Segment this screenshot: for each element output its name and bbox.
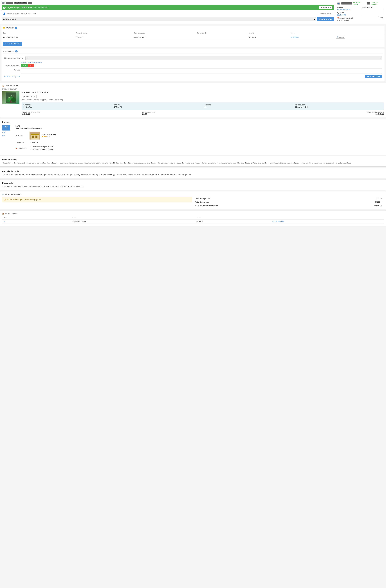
total-package-cost-value: $1,200.00 bbox=[326, 197, 384, 200]
private-note-label: PRIVATE NOTE bbox=[362, 7, 385, 8]
cost-row-package: Total Package Cost $1,200.00 bbox=[194, 197, 384, 200]
standard-message-select[interactable]: - bbox=[25, 56, 382, 60]
order-no-header: Order no. bbox=[2, 216, 71, 220]
date-from-value: 14 Nov, Tue bbox=[23, 106, 110, 108]
col-date: Date bbox=[1, 31, 74, 35]
payment-accepted-row: ✓ Payment accepted Webkul Demo 11/16/202… bbox=[1, 5, 334, 10]
payment-badge: 1 bbox=[15, 27, 17, 29]
order-no-link[interactable]: #6 bbox=[3, 221, 5, 222]
days-badge: 3 Days / 2 Nights bbox=[21, 95, 37, 98]
day-1-button[interactable]: Day 1 bbox=[2, 125, 10, 130]
total-rooms-cost-label: Total Rooms cost bbox=[194, 200, 326, 204]
message-textarea[interactable] bbox=[21, 68, 382, 74]
payment-source: Webkul Demo bbox=[22, 7, 32, 9]
messages-label: MESSAGES bbox=[5, 50, 14, 52]
total-rooms-cost-value: $6,120.00 bbox=[326, 200, 384, 204]
resend-email-button-1[interactable]: ↩ Resend email bbox=[319, 6, 332, 9]
send-message-button[interactable]: SEND MESSAGE bbox=[365, 75, 382, 78]
payment-transaction-cell bbox=[195, 35, 247, 40]
col-amount: Amount bbox=[247, 31, 289, 35]
payment-details-button[interactable]: 🔍 Details bbox=[336, 36, 345, 39]
standard-message-label: Choose a standard message bbox=[4, 57, 24, 59]
col-method: Payment method bbox=[74, 31, 133, 35]
package-summary-icon: 🛒 bbox=[2, 194, 4, 195]
package-summary-label: PACKAGE SUMMARY bbox=[2, 88, 384, 90]
order-status-cell: Payment accepted bbox=[71, 219, 195, 224]
cost-row-rooms: Total Rooms cost $6,120.00 bbox=[194, 200, 384, 204]
customer-label: CUSTOMER bbox=[341, 2, 352, 4]
warning-text: For this customer group, prices are disp… bbox=[7, 199, 41, 201]
additional-activities-label: Additional Activities bbox=[142, 111, 263, 113]
payment-invoice-cell: #IN000003 bbox=[289, 35, 334, 40]
activity-item: BonFire bbox=[32, 141, 384, 143]
see-order-link[interactable]: 👁 See the order bbox=[272, 221, 383, 222]
payment-date-cell: 11/16/2023 23:53:55 bbox=[1, 35, 74, 40]
transports-label: 🚗 Transports bbox=[16, 146, 27, 151]
final-commission-value: -$4,920.00 bbox=[326, 204, 384, 207]
payment-source-cell: Remote payment bbox=[133, 35, 195, 40]
guests-value: 01 Adults, 00 Child bbox=[295, 106, 382, 108]
col-transaction: Transaction ID bbox=[195, 31, 247, 35]
day-3-link[interactable]: Day 3 bbox=[2, 134, 13, 136]
hotel-stars: ★★★★★ bbox=[42, 136, 56, 138]
package-price-label: Package price (Incl. all taxes.) bbox=[21, 111, 142, 113]
eye-icon: 👁 bbox=[272, 221, 274, 222]
awaiting-status: Awaiting payment bbox=[7, 13, 19, 14]
booking-icon: 📋 bbox=[2, 85, 4, 87]
documents-title: Documents bbox=[2, 182, 384, 184]
payment-accepted-status: Payment accepted bbox=[7, 7, 20, 9]
awaiting-date: 11/14/2023 01:19:55 bbox=[21, 13, 36, 14]
yes-toggle[interactable]: YES bbox=[21, 64, 28, 67]
payment-section-icon: 💳 bbox=[3, 27, 5, 29]
order-label: ORDER bbox=[6, 2, 13, 4]
resend-email-button-2[interactable]: ↩ Resend email bbox=[319, 12, 332, 15]
hotel-name: The Kings Hotel bbox=[42, 133, 56, 136]
activities-list: BonFire bbox=[30, 141, 384, 143]
svg-rect-9 bbox=[36, 136, 38, 138]
activities-label: ≡ Activities bbox=[16, 141, 27, 144]
hotels-label: 🛏 Hotels bbox=[16, 132, 27, 140]
account-registered-label: 📅 Account registered bbox=[337, 17, 360, 19]
status-select[interactable]: Awaiting payment Payment accepted Cancel… bbox=[1, 17, 316, 21]
phone-label: 📞 Phone bbox=[337, 12, 360, 14]
display-customer-label: Display to customer? bbox=[4, 65, 20, 67]
order-amount-cell: $6,364.80 bbox=[195, 219, 271, 224]
itinerary-section: Itinerary Day 1 Day 2 Day 3 DAY 1 Visit … bbox=[0, 119, 386, 155]
user-icon: 👤 bbox=[3, 12, 5, 15]
documents-text: - Take your passport - Take your Adharca… bbox=[2, 185, 384, 188]
svg-rect-10 bbox=[31, 134, 39, 135]
package-price-value: $1,248.00 bbox=[21, 113, 142, 115]
view-full-link[interactable]: View full details... bbox=[371, 1, 385, 5]
update-status-button[interactable]: UPDATE STATUS bbox=[317, 17, 334, 21]
cost-row-commission: Final Package Commission -$4,920.00 bbox=[194, 204, 384, 207]
display-to-customer-toggle[interactable]: YES NO bbox=[21, 64, 34, 67]
svg-rect-7 bbox=[31, 134, 39, 140]
payment-table: Date Payment method Payment source Trans… bbox=[1, 31, 385, 40]
booking-section-label: BOOKING DETAILS bbox=[5, 85, 20, 87]
total-price-label: Total price (Incl. all taxes.) bbox=[263, 111, 384, 113]
date-from-label: DATE FROM bbox=[23, 104, 110, 106]
hotel-card: The Kings Hotel ★★★★★ bbox=[30, 132, 384, 140]
order-status-header: Status bbox=[71, 216, 195, 220]
save-note-button[interactable]: Save bbox=[378, 16, 385, 19]
customer-name-link[interactable]: MR. DEMO DEMO bbox=[353, 1, 366, 5]
package-title: Majestic tour to Nainital bbox=[21, 91, 384, 94]
show-all-messages-link[interactable]: Show all messages 🔗 bbox=[4, 76, 20, 78]
payment-policy-title: Payment Policy bbox=[2, 158, 384, 161]
configure-messages-link[interactable]: Configure predefined messages bbox=[21, 61, 42, 63]
package-summary-section: 🛒 PACKAGE SUMMARY ⚠ For this customer gr… bbox=[0, 191, 386, 209]
booking-details-section: 📋 BOOKING DETAILS PACKAGE SUMMARY Majest… bbox=[0, 83, 386, 117]
add-payment-button[interactable]: ADD NEW PAYMENT bbox=[3, 42, 22, 45]
no-toggle[interactable]: NO bbox=[28, 64, 34, 67]
private-note-textarea[interactable] bbox=[362, 9, 385, 15]
cost-table: Total Package Cost $1,200.00 Total Rooms… bbox=[194, 197, 384, 207]
cancellation-policy-section: Cancellation Policy - These are non-refu… bbox=[0, 168, 386, 178]
persons-value: 01 bbox=[205, 106, 291, 108]
customer-id: #2 bbox=[367, 2, 370, 4]
package-summary-section-label: PACKAGE SUMMARY bbox=[5, 194, 21, 195]
customer-email[interactable]: demo@demo.com bbox=[337, 9, 350, 11]
day-2-link[interactable]: Day 2 bbox=[2, 132, 13, 133]
customer-phone[interactable]: 1234567890 bbox=[337, 14, 346, 16]
svg-point-5 bbox=[9, 97, 10, 98]
day-label: DAY 1 bbox=[16, 125, 384, 127]
